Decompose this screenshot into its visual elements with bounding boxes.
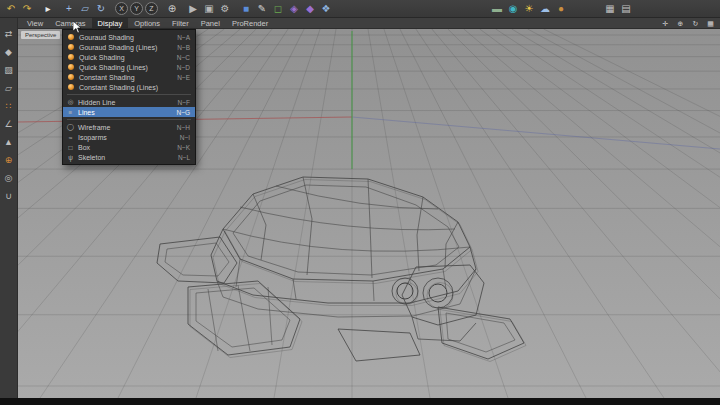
toolbar-group: ▬◉☀☁● [490,2,568,16]
menu-item-box[interactable]: □BoxN~K [63,142,195,152]
view-label: Perspective [21,31,60,39]
toolbar-group: ⊕ [165,2,179,16]
toolbar-group: +▱↻ [62,2,108,16]
bottom-bar [0,398,720,405]
live-selection-icon[interactable]: ▸ [41,2,55,16]
cinema4d-window: ↶↷▸+▱↻XYZ⊕▶▣⚙■✎◻◈◆❖▬◉☀☁●▦▤ ⇄◆▨▱∷∠▲⊕◎∪ Vi… [0,0,720,405]
menu-item-lines[interactable]: ≡LinesN~G [63,107,195,117]
layout-icon[interactable]: ▦ [603,2,617,16]
menu-item-shortcut: N~L [178,154,190,161]
viewport-solo-icon[interactable]: ◎ [2,172,15,185]
render-view-icon[interactable]: ▶ [186,2,200,16]
menu-item-quick-shading[interactable]: Quick ShadingN~C [63,52,195,62]
menu-panel[interactable]: Panel [195,18,226,29]
menu-options[interactable]: Options [128,18,166,29]
y-axis-lock-icon[interactable]: Y [130,2,143,15]
undo-icon[interactable]: ↶ [4,2,18,16]
texture-mode-icon[interactable]: ▨ [2,64,15,77]
menu-item-label: Constant Shading (Lines) [79,84,182,91]
generators-icon[interactable]: ◈ [287,2,301,16]
deformers-icon[interactable]: ◆ [303,2,317,16]
convert-editable-icon[interactable]: ⇄ [2,28,15,41]
toolbar-group: ■✎◻◈◆❖ [239,2,333,16]
model-mode-icon[interactable]: ◆ [2,46,15,59]
menu-separator [67,94,191,95]
coordinate-system-icon[interactable]: ⊕ [165,2,179,16]
z-axis-lock-icon[interactable]: Z [145,2,158,15]
menu-item-label: Box [78,144,169,151]
rotate-tool-icon[interactable]: ↻ [94,2,108,16]
menu-item-shortcut: N~B [177,44,190,51]
polygons-mode-icon[interactable]: ▲ [2,136,15,149]
add-material-icon[interactable]: ● [554,2,568,16]
add-light-icon[interactable]: ☀ [522,2,536,16]
rotate-view-icon[interactable]: ↻ [690,19,701,28]
zoom-view-icon[interactable]: ⊕ [675,19,686,28]
shaded-sphere-icon [68,64,74,70]
menu-item-shortcut: N~H [177,124,190,131]
menu-prorender[interactable]: ProRender [226,18,274,29]
x-axis-lock-icon[interactable]: X [115,2,128,15]
isoparms-icon: ≈ [66,134,75,141]
toolbar-group: ▶▣⚙ [186,2,232,16]
redo-icon[interactable]: ↷ [20,2,34,16]
snap-icon[interactable]: ∪ [2,190,15,203]
menu-item-wireframe[interactable]: ◯WireframeN~H [63,122,195,132]
edges-mode-icon[interactable]: ∠ [2,118,15,131]
move-tool-icon[interactable]: + [62,2,76,16]
shaded-sphere-icon [68,84,74,90]
menu-item-shortcut: N~C [177,54,190,61]
menu-item-skeleton[interactable]: ψSkeletonN~L [63,152,195,162]
menu-item-constant-shading-lines[interactable]: Constant Shading (Lines) [63,82,195,92]
toolbar-group: XYZ [115,2,158,15]
menu-item-constant-shading[interactable]: Constant ShadingN~E [63,72,195,82]
add-cube-icon[interactable]: ■ [239,2,253,16]
toolbar-group: ↶↷ [4,2,34,16]
pan-view-icon[interactable]: ✛ [660,19,671,28]
add-camera-icon[interactable]: ◉ [506,2,520,16]
left-toolbar: ⇄◆▨▱∷∠▲⊕◎∪ [0,18,18,398]
wireframe-icon: ◯ [66,123,75,131]
scale-tool-icon[interactable]: ▱ [78,2,92,16]
subdivision-surface-icon[interactable]: ◻ [271,2,285,16]
menu-item-label: Gouraud Shading (Lines) [79,44,169,51]
add-instance-icon[interactable]: ❖ [319,2,333,16]
shaded-sphere-icon [68,44,74,50]
toolbar-group: ▸ [41,2,55,16]
add-floor-icon[interactable]: ▬ [490,2,504,16]
menu-item-quick-shading-lines[interactable]: Quick Shading (Lines)N~D [63,62,195,72]
menu-item-shortcut: N~I [180,134,190,141]
menu-item-shortcut: N~G [176,109,190,116]
menu-item-shortcut: N~F [178,99,190,106]
shaded-sphere-icon [68,74,74,80]
shaded-sphere-icon [68,54,74,60]
menu-view[interactable]: View [21,18,49,29]
menu-item-label: Quick Shading (Lines) [79,64,169,71]
menu-item-hidden-line[interactable]: ◎Hidden LineN~F [63,97,195,107]
render-picture-viewer-icon[interactable]: ▣ [202,2,216,16]
enable-axis-icon[interactable]: ⊕ [2,154,15,167]
toolbar-group: ▦▤ [603,2,633,16]
menu-display[interactable]: Display [92,18,129,29]
menu-item-label: Isoparms [78,134,172,141]
toggle-views-icon[interactable]: ▦ [705,19,716,28]
menu-cameras[interactable]: Cameras [49,18,91,29]
viewport-menubar: ViewCamerasDisplayOptionsFilterPanelProR… [18,18,720,29]
render-settings-icon[interactable]: ⚙ [218,2,232,16]
points-mode-icon[interactable]: ∷ [2,100,15,113]
add-sky-icon[interactable]: ☁ [538,2,552,16]
mouse-cursor [73,21,83,39]
lines-icon: ≡ [66,109,75,116]
interface-icon[interactable]: ▤ [619,2,633,16]
menu-item-shortcut: N~D [177,64,190,71]
menu-separator [67,119,191,120]
workplane-icon[interactable]: ▱ [2,82,15,95]
menu-item-isoparms[interactable]: ≈IsoparmsN~I [63,132,195,142]
menu-item-shortcut: N~A [177,34,190,41]
viewport-controls: ✛⊕↻▦ [660,19,720,28]
add-spline-icon[interactable]: ✎ [255,2,269,16]
menu-item-shortcut: N~K [177,144,190,151]
menu-item-gouraud-shading-lines[interactable]: Gouraud Shading (Lines)N~B [63,42,195,52]
menu-filter[interactable]: Filter [166,18,195,29]
menu-item-label: Gouraud Shading [79,34,169,41]
